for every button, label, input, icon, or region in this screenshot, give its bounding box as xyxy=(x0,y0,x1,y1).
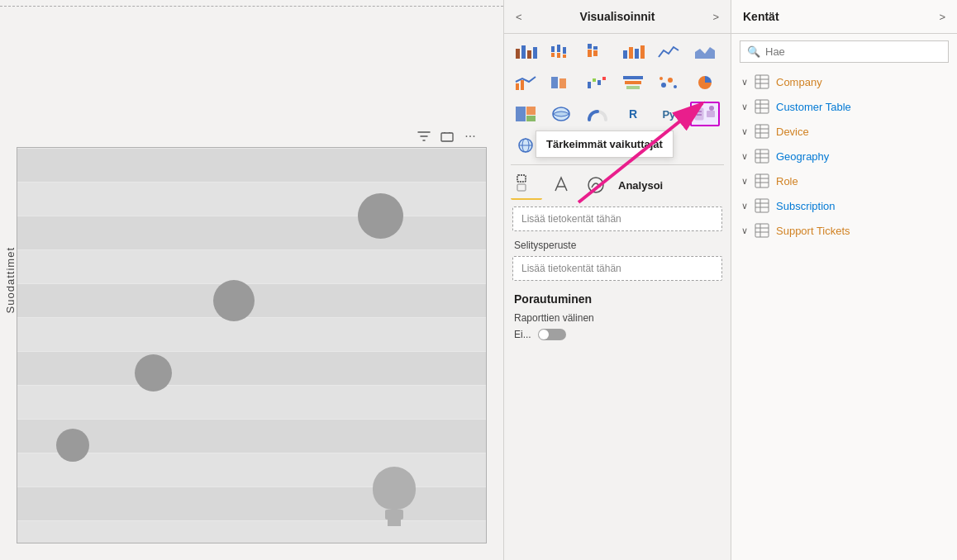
viz-clustered-bar-icon[interactable] xyxy=(546,39,576,64)
viz-line-col-icon[interactable] xyxy=(511,70,540,95)
table-icon-6 xyxy=(755,223,769,238)
more-options-icon[interactable]: ··· xyxy=(462,128,479,145)
svg-rect-13 xyxy=(593,46,598,50)
fields-header: Kentät > xyxy=(731,0,957,34)
circle-4 xyxy=(56,429,89,462)
svg-point-30 xyxy=(668,78,673,83)
viz-map-icon[interactable] xyxy=(546,102,576,126)
visual-placeholder xyxy=(17,147,487,543)
viz-python-icon[interactable]: Py xyxy=(654,102,683,126)
svg-rect-17 xyxy=(635,49,639,59)
svg-rect-46 xyxy=(517,184,526,191)
viz-funnel-icon[interactable] xyxy=(618,70,648,95)
field-group-device[interactable]: ∨ Device xyxy=(731,119,957,144)
circle-3 xyxy=(135,354,172,392)
svg-rect-50 xyxy=(755,75,769,88)
svg-rect-39 xyxy=(697,114,702,116)
svg-rect-16 xyxy=(629,47,633,59)
svg-rect-22 xyxy=(588,82,591,88)
svg-rect-66 xyxy=(755,174,769,187)
field-group-role[interactable]: ∨ Role xyxy=(731,168,957,193)
circle-1 xyxy=(358,193,403,239)
svg-rect-2 xyxy=(521,45,526,59)
viz-panel-header: < Visualisoinnit > xyxy=(504,0,731,34)
viz-line-chart-icon[interactable] xyxy=(654,39,683,64)
svg-rect-40 xyxy=(707,111,715,117)
field-name-4: Role xyxy=(776,175,798,187)
viz-bar-chart-icon[interactable] xyxy=(511,39,540,64)
svg-rect-3 xyxy=(527,50,531,59)
table-icon-0 xyxy=(755,74,769,89)
analysoi-label: Analysoi xyxy=(618,179,663,192)
svg-point-31 xyxy=(674,85,677,88)
viz-field-box-1[interactable]: Lisää tietokentät tähän xyxy=(512,206,722,231)
viz-forward-arrow[interactable]: > xyxy=(712,11,719,23)
field-name-0: Company xyxy=(776,76,822,88)
toggle-switch[interactable] xyxy=(538,329,566,340)
field-group-support-tickets[interactable]: ∨ Support Tickets xyxy=(731,218,957,243)
fields-panel: Kentät > 🔍 ∨ Company ∨ C xyxy=(731,0,957,560)
field-group-customer-table[interactable]: ∨ Customer Table xyxy=(731,94,957,119)
svg-rect-9 xyxy=(563,47,566,54)
viz-back-arrow[interactable]: < xyxy=(516,11,522,23)
viz-icons-row2 xyxy=(504,69,731,100)
viz-area-chart-icon[interactable] xyxy=(690,39,720,64)
svg-rect-12 xyxy=(588,50,592,57)
viz-column-chart-icon[interactable] xyxy=(618,39,648,64)
fields-forward-arrow[interactable]: > xyxy=(939,11,945,23)
svg-rect-38 xyxy=(697,111,702,112)
svg-rect-70 xyxy=(755,199,769,212)
table-icon-2 xyxy=(755,124,769,139)
viz-scatter-icon[interactable] xyxy=(654,70,683,95)
svg-marker-19 xyxy=(695,47,715,59)
viz-stacked-bar-icon[interactable] xyxy=(583,39,612,64)
viz-waterfall-icon[interactable] xyxy=(583,70,612,95)
field-group-subscription[interactable]: ∨ Subscription xyxy=(731,193,957,218)
canvas-top-bar xyxy=(0,0,503,7)
canvas-area: Suodattimet ··· xyxy=(0,0,504,560)
suodattimet-label: Suodattimet xyxy=(4,247,17,313)
svg-point-48 xyxy=(588,178,603,192)
viz-tab-analytics[interactable] xyxy=(580,170,612,200)
table-icon-1 xyxy=(755,99,769,114)
viz-ribbon-icon[interactable] xyxy=(546,70,576,95)
circle-2 xyxy=(213,280,255,321)
svg-rect-14 xyxy=(593,50,598,56)
field-group-company[interactable]: ∨ Company xyxy=(731,69,957,94)
chevron-icon-0: ∨ xyxy=(741,77,748,88)
viz-key-influencers-icon[interactable] xyxy=(690,102,720,126)
search-input[interactable] xyxy=(765,45,941,58)
chevron-icon-6: ∨ xyxy=(741,225,748,236)
svg-rect-45 xyxy=(517,175,526,182)
viz-pie-icon[interactable] xyxy=(690,70,720,95)
chevron-icon-1: ∨ xyxy=(741,102,748,112)
search-box[interactable]: 🔍 xyxy=(740,40,949,63)
field-group-geography[interactable]: ∨ Geography xyxy=(731,144,957,168)
viz-tab-format[interactable] xyxy=(545,170,577,200)
svg-rect-34 xyxy=(526,107,536,115)
viz-gauge-icon[interactable] xyxy=(583,102,612,126)
svg-rect-25 xyxy=(602,77,606,80)
svg-rect-20 xyxy=(516,83,519,90)
svg-rect-58 xyxy=(755,125,769,138)
focus-mode-icon[interactable] xyxy=(439,128,455,145)
filter-icon[interactable] xyxy=(416,128,432,145)
svg-rect-21 xyxy=(521,80,524,90)
viz-r-script-icon[interactable]: R xyxy=(618,102,648,126)
svg-rect-35 xyxy=(526,116,536,121)
viz-field-box-2[interactable]: Lisää tietokentät tähän xyxy=(512,256,722,281)
more-dots: ··· xyxy=(464,129,475,144)
svg-rect-0 xyxy=(441,133,453,141)
viz-tab-analysoi[interactable] xyxy=(511,170,542,200)
field-name-5: Subscription xyxy=(776,200,836,212)
chevron-icon-4: ∨ xyxy=(741,176,748,187)
viz-icons-row1 xyxy=(504,34,731,69)
field-name-2: Device xyxy=(776,126,809,138)
search-icon: 🔍 xyxy=(747,45,760,58)
chevron-icon-5: ∨ xyxy=(741,201,748,211)
svg-rect-54 xyxy=(755,100,769,113)
svg-rect-15 xyxy=(623,50,627,59)
svg-point-32 xyxy=(659,77,663,80)
viz-treemap-icon[interactable] xyxy=(511,102,540,126)
field-groups-container: ∨ Company ∨ Customer Table ∨ xyxy=(731,69,957,243)
